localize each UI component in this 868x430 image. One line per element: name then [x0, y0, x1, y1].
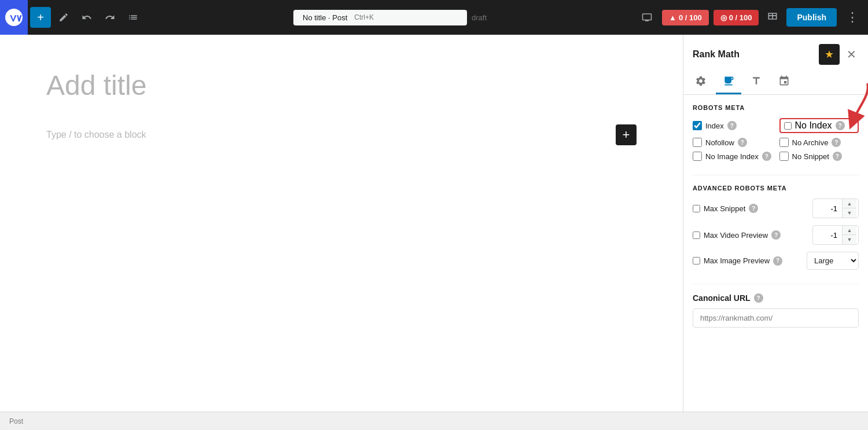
nofollow-label: Nofollow	[705, 138, 734, 147]
max-snippet-decrement[interactable]: ▼	[843, 208, 856, 218]
content-placeholder-text: Type / to choose a block	[46, 130, 146, 140]
schema-icon	[778, 75, 790, 87]
editor-title-placeholder[interactable]: Add title	[46, 69, 637, 101]
max-video-preview-label-wrap: Max Video Preview ?	[693, 230, 781, 240]
max-video-preview-field: Max Video Preview ? ▲ ▼	[693, 225, 859, 245]
index-label: Index	[705, 122, 724, 130]
index-checkbox[interactable]	[693, 121, 702, 130]
sidebar-content: ROBOTS META Index ? No Index ?	[683, 95, 868, 411]
toolbar: + No title · Post Ctrl+K draft ▲ 0 / 100…	[0, 0, 868, 35]
advanced-robots-meta-title: ADVANCED ROBOTS META	[693, 185, 859, 192]
seo-score-value: 0 / 100	[679, 13, 702, 22]
editor-content-area[interactable]: Type / to choose a block +	[46, 124, 637, 145]
max-image-preview-checkbox[interactable]	[693, 257, 700, 264]
max-image-preview-field: Max Image Preview ? Large Standard None	[693, 252, 859, 270]
no-snippet-checkbox[interactable]	[779, 152, 789, 161]
add-block-toolbar-button[interactable]: +	[30, 7, 51, 28]
seo-score-icon: ▲	[669, 13, 676, 22]
max-video-preview-input[interactable]	[813, 227, 842, 243]
tab-advanced[interactable]	[716, 69, 741, 94]
no-image-index-help-icon[interactable]: ?	[762, 152, 771, 161]
redo-button[interactable]	[100, 7, 120, 28]
status-bar: Post	[0, 411, 868, 430]
layout-toggle-button[interactable]	[763, 8, 782, 27]
preview-button[interactable]	[637, 7, 657, 28]
max-snippet-label-wrap: Max Snippet ?	[693, 204, 758, 213]
undo-button[interactable]	[76, 7, 97, 28]
sidebar-title: Rank Math	[693, 49, 740, 60]
canonical-url-label: Canonical URL ?	[693, 293, 859, 303]
star-button[interactable]: ★	[819, 44, 840, 65]
nofollow-help-icon[interactable]: ?	[738, 138, 747, 147]
post-type-label: Post	[9, 417, 23, 425]
max-video-preview-checkbox[interactable]	[693, 231, 700, 239]
undo-icon	[82, 12, 92, 23]
max-video-preview-increment[interactable]: ▲	[843, 226, 856, 235]
no-snippet-label: No Snippet	[792, 152, 829, 161]
wp-logo[interactable]	[0, 0, 28, 35]
pencil-icon	[58, 12, 69, 23]
no-index-label: No Index	[795, 120, 832, 131]
index-help-icon[interactable]: ?	[727, 121, 737, 130]
no-archive-help-icon[interactable]: ?	[832, 138, 841, 147]
no-snippet-help-icon[interactable]: ?	[833, 152, 842, 161]
no-image-index-checkbox-item: No Image Index ?	[693, 152, 773, 161]
social-icon	[751, 75, 762, 87]
edit-tool-button[interactable]	[53, 7, 74, 28]
editor[interactable]: Add title Type / to choose a block +	[0, 35, 683, 411]
no-index-container: No Index ?	[779, 118, 859, 133]
canonical-url-section: Canonical URL ?	[693, 284, 859, 328]
max-video-preview-spinner: ▲ ▼	[812, 225, 859, 245]
layout-icon	[767, 10, 778, 22]
no-index-checkbox[interactable]	[784, 122, 792, 130]
nofollow-checkbox[interactable]	[693, 138, 702, 147]
max-snippet-spinner-buttons: ▲ ▼	[842, 199, 856, 218]
robots-meta-grid: Index ? No Index ?	[693, 118, 859, 161]
no-image-index-checkbox[interactable]	[693, 152, 702, 161]
max-video-preview-label: Max Video Preview	[704, 231, 768, 240]
max-image-preview-help-icon[interactable]: ?	[773, 256, 782, 266]
max-image-preview-label-wrap: Max Image Preview ?	[693, 256, 782, 266]
main-area: Add title Type / to choose a block + Ran…	[0, 35, 868, 411]
sidebar-tabs	[683, 65, 868, 95]
canonical-url-label-text: Canonical URL	[693, 293, 751, 303]
seo-score-badge[interactable]: ▲ 0 / 100	[662, 10, 709, 25]
no-archive-label: No Archive	[792, 138, 829, 147]
tab-social[interactable]	[744, 69, 769, 94]
draft-status: draft	[472, 13, 487, 22]
index-checkbox-item: Index ?	[693, 118, 773, 133]
toolbar-center: No title · Post Ctrl+K draft	[146, 10, 634, 25]
max-video-preview-help-icon[interactable]: ?	[771, 230, 781, 240]
no-index-help-icon[interactable]: ?	[836, 121, 845, 130]
post-title-bar[interactable]: No title · Post Ctrl+K	[293, 10, 467, 25]
toolbar-right: ▲ 0 / 100 ◎ 0 / 100 Publish ⋮	[637, 7, 863, 28]
nofollow-checkbox-item: Nofollow ?	[693, 138, 773, 147]
max-image-preview-select[interactable]: Large Standard None	[807, 252, 859, 270]
rank-math-sidebar: Rank Math ★ ✕ ROBOTS ME	[683, 35, 868, 411]
robots-meta-title: ROBOTS META	[693, 104, 859, 111]
max-snippet-spinner: ▲ ▼	[812, 199, 859, 218]
max-video-preview-decrement[interactable]: ▼	[843, 235, 856, 244]
post-title-text: No title · Post	[303, 13, 347, 22]
no-archive-checkbox[interactable]	[779, 138, 789, 147]
list-icon	[128, 12, 138, 23]
list-view-button[interactable]	[123, 7, 144, 28]
add-block-inline-button[interactable]: +	[616, 124, 637, 145]
max-snippet-help-icon[interactable]: ?	[749, 204, 758, 213]
readability-score-icon: ◎	[720, 13, 727, 22]
advanced-icon	[723, 75, 734, 87]
no-snippet-checkbox-item: No Snippet ?	[779, 152, 859, 161]
max-snippet-increment[interactable]: ▲	[843, 199, 856, 208]
close-sidebar-button[interactable]: ✕	[844, 45, 859, 64]
canonical-url-help-icon[interactable]: ?	[754, 293, 763, 303]
publish-button[interactable]: Publish	[786, 8, 837, 27]
readability-score-badge[interactable]: ◎ 0 / 100	[713, 10, 759, 25]
tab-settings[interactable]	[688, 69, 713, 94]
more-options-button[interactable]: ⋮	[841, 8, 863, 27]
tab-schema[interactable]	[771, 69, 797, 94]
keyboard-shortcut: Ctrl+K	[354, 13, 374, 21]
max-video-preview-spinner-buttons: ▲ ▼	[842, 226, 856, 244]
canonical-url-input[interactable]	[693, 308, 859, 328]
max-snippet-input[interactable]	[813, 201, 842, 216]
max-snippet-checkbox[interactable]	[693, 205, 700, 212]
